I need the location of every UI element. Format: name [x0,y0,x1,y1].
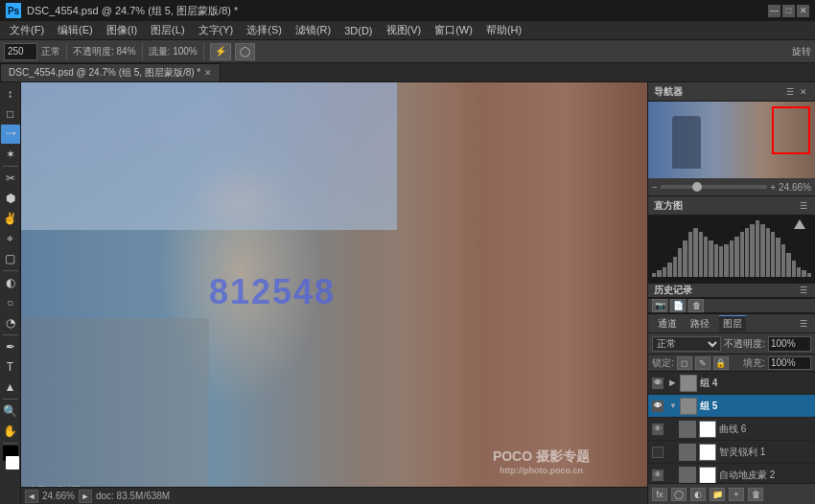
title-left: Ps DSC_4554.psd @ 24.7% (组 5, 图层蒙版/8) * [6,3,238,18]
crop-tool[interactable]: ✂ [1,169,20,188]
history-new-snapshot-btn[interactable]: 📷 [652,299,667,312]
histogram-panel-header[interactable]: 直方图 ☰ [648,196,815,216]
menu-layer[interactable]: 图层(L) [145,22,190,38]
menu-view[interactable]: 视图(V) [381,22,428,38]
layer-opacity-input[interactable] [768,336,811,352]
history-menu-icon[interactable]: ☰ [798,285,809,296]
layer-visibility-toggle[interactable]: 👁 [652,401,664,412]
canvas-area[interactable]: 812548 POCO 摄影专题 http://photo.poco.cn 实用… [21,82,647,504]
channels-tab[interactable]: 通道 [654,316,681,332]
layers-list[interactable]: 👁▶组 4👁▼组 5👁曲线 6智灵锐利 1👁自动地皮蒙 2👁▶Dodge & B… [648,372,815,483]
layer-item[interactable]: 👁▼组 5 [648,395,815,418]
navigator-panel-header[interactable]: 导航器 ☰ ✕ [648,82,815,102]
lock-transparent-btn[interactable]: ◻ [677,356,692,370]
histogram-bar [663,267,666,277]
document-tab[interactable]: DSC_4554.psd @ 24.7% (组 5, 图层蒙版/8) * ✕ [0,63,221,81]
lasso-tool[interactable]: ⭢ [1,125,20,144]
lock-position-btn[interactable]: 🔒 [713,356,729,370]
maximize-button[interactable]: □ [782,5,795,17]
histogram-bar [678,248,682,277]
menu-edit[interactable]: 编辑(E) [52,22,99,38]
tab-filename: DSC_4554.psd @ 24.7% (组 5, 图层蒙版/8) * [9,66,200,80]
menu-image[interactable]: 图像(I) [101,22,143,38]
window-controls[interactable]: — □ ✕ [768,5,809,17]
layer-mask-btn[interactable]: ◯ [671,488,687,501]
layer-item[interactable]: 智灵锐利 1 [648,441,815,464]
blur-tool[interactable]: ○ [1,293,20,312]
histogram-menu-icon[interactable]: ☰ [798,200,809,212]
eraser-tool[interactable]: ▢ [1,249,20,268]
layer-collapse-arrow[interactable]: ▼ [669,401,677,410]
menu-bar: 文件(F) 编辑(E) 图像(I) 图层(L) 文字(Y) 选择(S) 滤镜(R… [0,21,815,40]
zoom-out-icon[interactable]: − [652,182,658,193]
layer-delete-btn[interactable]: 🗑 [748,488,763,501]
hand-tool[interactable]: ✋ [1,422,20,441]
history-delete-btn[interactable]: 🗑 [688,299,704,312]
menu-window[interactable]: 窗口(W) [429,22,478,38]
navigator-menu-icon[interactable]: ☰ [784,86,796,98]
statusbar-next-btn[interactable]: ► [79,490,92,503]
text-tool[interactable]: T [1,357,20,377]
layer-visibility-toggle[interactable]: 👁 [652,470,664,481]
zoom-in-icon[interactable]: + [770,182,776,193]
history-panel-header[interactable]: 历史记录 ☰ [648,284,815,298]
brush-size-input[interactable] [4,43,37,60]
select-tool[interactable]: □ [1,104,20,124]
histogram-bar [797,267,801,277]
histogram-bar [688,232,692,277]
menu-file[interactable]: 文件(F) [4,22,50,38]
paths-tab[interactable]: 路径 [687,316,713,332]
menu-text[interactable]: 文字(Y) [193,22,240,38]
zoom-tool[interactable]: 🔍 [1,401,20,421]
layer-fx-btn[interactable]: fx [652,488,667,501]
tab-bar: DSC_4554.psd @ 24.7% (组 5, 图层蒙版/8) * ✕ [0,63,815,82]
menu-help[interactable]: 帮助(H) [480,22,527,38]
statusbar-prev-btn[interactable]: ◄ [25,490,38,503]
navigator-zoom-slider[interactable] [661,185,767,189]
layer-name: 组 5 [700,400,811,413]
eyedropper-tool[interactable]: ⬢ [1,189,20,208]
layer-adjustment-btn[interactable]: ◐ [690,488,706,501]
layer-visibility-toggle[interactable]: 👁 [652,378,664,389]
move-tool[interactable]: ↕ [1,84,20,103]
histogram-panel: 直方图 ☰ [648,196,815,284]
layer-mask-thumbnail [699,467,716,484]
pen-tool[interactable]: ✒ [1,337,20,356]
blend-mode-select[interactable]: 正常 叠加 柔光 [652,336,721,352]
shape-tool[interactable]: ▲ [1,378,20,397]
layer-new-btn[interactable]: + [729,488,744,501]
minimize-button[interactable]: — [768,5,780,17]
toolbox: ↕ □ ⭢ ✶ ✂ ⬢ ✌ ⌖ ▢ ◐ ○ ◔ ✒ T ▲ 🔍 ✋ [0,82,21,504]
layer-collapse-arrow[interactable]: ▶ [669,378,677,387]
gradient-tool[interactable]: ◐ [1,273,20,292]
fill-value-input[interactable] [768,356,811,370]
close-button[interactable]: ✕ [797,5,809,17]
brush-tool[interactable]: ✌ [1,209,20,228]
wand-tool[interactable]: ✶ [1,145,20,164]
background-color[interactable] [6,456,19,470]
history-new-document-btn[interactable]: 📄 [670,299,686,312]
navigator-preview[interactable] [648,102,815,178]
layer-group-btn[interactable]: 📁 [710,488,725,501]
histogram-bar [745,228,749,277]
histogram-bar [724,244,728,277]
airbrush-button[interactable]: ⚡ [210,43,231,60]
pressure-button[interactable]: ◯ [235,43,255,60]
menu-3d[interactable]: 3D(D) [338,24,378,37]
opacity-label: 不透明度: 84% [73,45,136,58]
layer-item[interactable]: 👁自动地皮蒙 2 [648,464,815,483]
tab-close-button[interactable]: ✕ [204,68,212,78]
menu-select[interactable]: 选择(S) [241,22,288,38]
clone-tool[interactable]: ⌖ [1,229,20,248]
layers-menu-icon[interactable]: ☰ [798,318,809,330]
histogram-bar [667,263,671,277]
layer-item[interactable]: 👁曲线 6 [648,418,815,441]
menu-filter[interactable]: 滤镜(R) [290,22,337,38]
layer-item[interactable]: 👁▶组 4 [648,372,815,395]
layers-tab[interactable]: 图层 [719,315,746,332]
navigator-close-icon[interactable]: ✕ [798,86,809,98]
lock-image-btn[interactable]: ✎ [695,356,710,370]
layer-visibility-toggle[interactable] [652,447,664,458]
layer-visibility-toggle[interactable]: 👁 [652,424,664,435]
dodge-tool[interactable]: ◔ [1,313,20,332]
